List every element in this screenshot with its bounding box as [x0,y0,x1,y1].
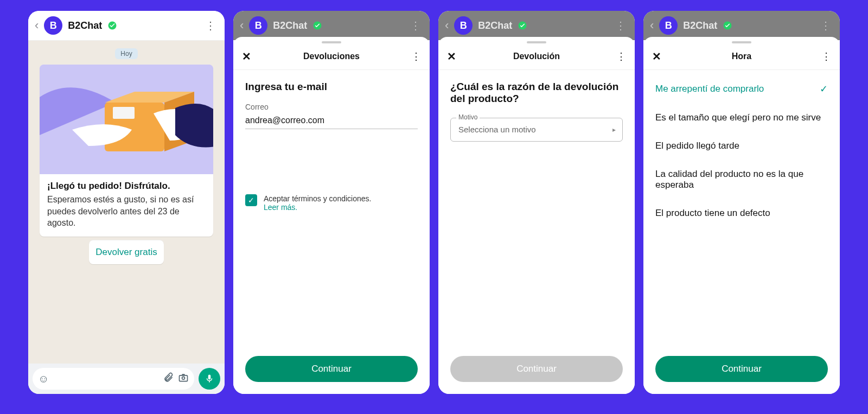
back-icon[interactable]: ‹ [445,18,449,33]
chat-body: Hoy ¡Llegó tu pedido! Disfrútalo. Espera… [28,41,225,364]
email-label: Correo [245,103,418,111]
sheet-title: Hora [665,52,818,61]
camera-icon[interactable] [178,372,189,386]
emoji-icon[interactable]: ☺ [38,373,49,385]
chat-title: B2Chat [683,20,717,31]
option-quality[interactable]: La calidad del producto no es la que esp… [655,160,828,199]
message-illustration [40,65,213,174]
svg-rect-6 [180,375,188,381]
dim-header: ‹ B B2Chat ⋮ [643,11,840,40]
reason-select[interactable]: Motivo Selecciona un motivo ▸ [450,118,623,142]
svg-point-7 [182,377,185,379]
option-label: Es el tamaño que elegí pero no me sirve [655,112,821,123]
close-icon[interactable]: ✕ [652,50,665,63]
chat-header: ‹ B B2Chat ⋮ [28,11,225,41]
svg-rect-5 [113,107,135,119]
chat-title: B2Chat [273,20,307,31]
sheet-options: ✕ Hora ⋮ Me arrepentí de comprarlo ✓ Es … [643,37,840,394]
check-icon: ✓ [820,83,828,95]
menu-icon[interactable]: ⋮ [408,17,423,34]
option-regret[interactable]: Me arrepentí de comprarlo ✓ [655,74,828,104]
sheet-title: Devolución [460,52,613,61]
sheet-menu-icon[interactable]: ⋮ [818,50,831,62]
back-icon[interactable]: ‹ [35,18,39,33]
verified-icon [518,21,527,30]
chat-title: B2Chat [68,20,102,31]
sheet-menu-icon[interactable]: ⋮ [613,50,626,62]
phone-options: ‹ B B2Chat ⋮ ✕ Hora ⋮ Me arrepentí de co… [643,11,840,394]
date-pill: Hoy [115,48,137,59]
back-icon[interactable]: ‹ [650,18,654,33]
option-label: El producto tiene un defecto [655,208,770,219]
message-title: ¡Llegó tu pedido! Disfrútalo. [47,181,206,192]
terms-text: Aceptar términos y condiciones. [264,194,371,203]
chat-title: B2Chat [478,20,512,31]
option-label: Me arrepentí de comprarlo [655,84,764,94]
message-input-wrap[interactable]: ☺ [33,368,194,390]
message-body: Esperamos estés a gusto, si no es así pu… [47,194,206,229]
avatar-letter: B [50,20,57,31]
close-icon[interactable]: ✕ [447,50,460,63]
dim-header: ‹ B B2Chat ⋮ [233,11,430,40]
terms-checkbox[interactable]: ✓ [245,194,257,206]
verified-icon [107,21,117,30]
mic-button[interactable] [199,368,220,390]
avatar: B [249,16,267,35]
avatar: B [659,16,678,35]
phone-email: ‹ B B2Chat ⋮ ✕ Devoluciones ⋮ Ingresa tu… [233,11,430,394]
option-defect[interactable]: El producto tiene un defecto [655,199,828,227]
message-card: ¡Llegó tu pedido! Disfrútalo. Esperamos … [40,65,213,237]
continue-button: Continuar [450,356,623,382]
back-icon[interactable]: ‹ [240,18,244,33]
avatar[interactable]: B [44,16,62,35]
sheet-title: Devoluciones [255,52,408,61]
avatar: B [454,16,473,35]
option-size[interactable]: Es el tamaño que elegí pero no me sirve [655,104,828,132]
dim-header: ‹ B B2Chat ⋮ [438,11,635,40]
sheet-reason: ✕ Devolución ⋮ ¿Cuál es la razón de la d… [438,37,635,394]
composer: ☺ [28,364,225,394]
sheet-heading: ¿Cuál es la razón de la devolución del p… [450,81,623,105]
close-icon[interactable]: ✕ [242,50,255,63]
verified-icon [312,21,322,30]
select-legend: Motivo [456,113,480,121]
sheet-email: ✕ Devoluciones ⋮ Ingresa tu e-mail Corre… [233,37,430,394]
return-free-button[interactable]: Devolver gratis [89,240,163,264]
phone-reason: ‹ B B2Chat ⋮ ✕ Devolución ⋮ ¿Cuál es la … [438,11,635,394]
menu-icon[interactable]: ⋮ [818,17,833,34]
option-label: La calidad del producto no es la que esp… [655,169,828,190]
sheet-heading: Ingresa tu e-mail [245,81,418,93]
phone-chat: ‹ B B2Chat ⋮ Hoy [28,11,225,394]
continue-button[interactable]: Continuar [655,356,828,382]
chevron-right-icon: ▸ [612,126,616,133]
terms-link[interactable]: Leer más. [264,203,371,212]
select-placeholder: Selecciona un motivo [458,125,536,134]
email-field[interactable] [245,112,418,129]
menu-icon[interactable]: ⋮ [613,17,628,34]
sheet-menu-icon[interactable]: ⋮ [408,50,421,62]
continue-button[interactable]: Continuar [245,356,418,382]
option-label: El pedido llegó tarde [655,141,739,151]
menu-icon[interactable]: ⋮ [203,17,218,34]
verified-icon [723,21,732,30]
option-late[interactable]: El pedido llegó tarde [655,132,828,160]
attach-icon[interactable] [163,372,174,386]
